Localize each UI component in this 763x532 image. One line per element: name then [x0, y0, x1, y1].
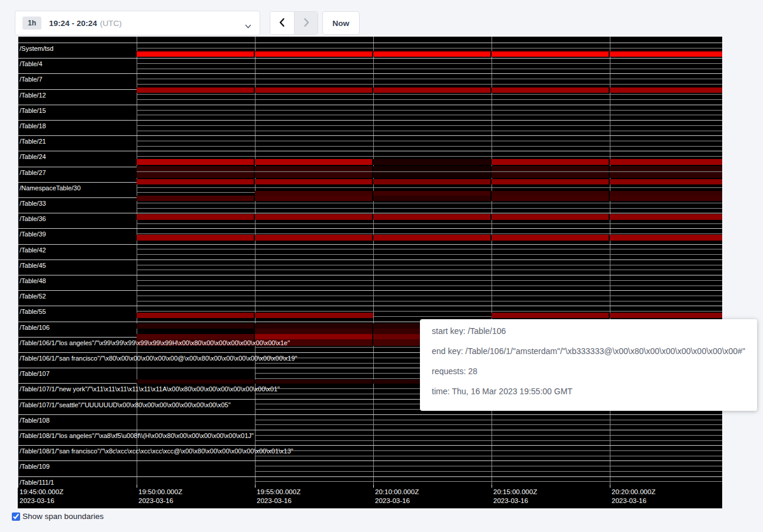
- heat-bar-segment[interactable]: [492, 313, 610, 318]
- range-text: 19:24 - 20:24: [49, 19, 97, 28]
- row-label: /Table/42: [20, 246, 46, 254]
- heat-bar-segment[interactable]: [255, 329, 373, 334]
- heat-bar-segment[interactable]: [373, 179, 492, 184]
- row-label: /Table/107: [20, 370, 50, 377]
- x-axis-label: 19:45:00.000Z2023-03-16: [20, 488, 63, 505]
- heat-bar-segment[interactable]: [373, 191, 492, 196]
- heat-bar-segment[interactable]: [137, 196, 255, 201]
- heat-bar-segment[interactable]: [492, 235, 610, 241]
- heat-bar-segment[interactable]: [255, 87, 373, 93]
- heat-bar-segment[interactable]: [492, 214, 610, 220]
- heat-bar-segment[interactable]: [255, 191, 373, 196]
- heat-bar-segment[interactable]: [610, 172, 722, 178]
- heat-bar-segment[interactable]: [255, 166, 373, 171]
- heat-bar-segment[interactable]: [137, 51, 255, 57]
- heat-bar-segment[interactable]: [255, 313, 373, 318]
- range-timezone-label: (UTC): [100, 19, 122, 28]
- row-label: /Table/55: [20, 308, 46, 315]
- heat-bar-segment[interactable]: [610, 235, 722, 241]
- heat-bar-segment[interactable]: [610, 313, 722, 318]
- row-label: /Table/4: [20, 60, 43, 67]
- heat-bar-segment[interactable]: [492, 51, 610, 57]
- span-boundary-line: [18, 476, 722, 477]
- heat-bar-segment[interactable]: [492, 166, 610, 171]
- heat-bar-segment[interactable]: [137, 179, 255, 184]
- prev-range-button[interactable]: [270, 12, 294, 34]
- span-boundary-line: [18, 120, 722, 121]
- heat-bar-segment[interactable]: [255, 323, 373, 329]
- heat-bar-segment[interactable]: [610, 214, 722, 220]
- heat-bar-segment[interactable]: [610, 87, 722, 93]
- heat-bar-segment[interactable]: [137, 87, 255, 93]
- heat-bar-segment[interactable]: [373, 87, 492, 93]
- span-boundary-subline: [255, 424, 722, 425]
- x-axis-label: 20:10:00.000Z2023-03-16: [375, 488, 419, 505]
- row-label: /Table/52: [20, 293, 46, 300]
- row-label: /Table/111/1: [20, 479, 54, 486]
- key-visualizer-heatmap[interactable]: /System/tsd/Table/4/Table/7/Table/12/Tab…: [18, 37, 722, 508]
- heat-bar-segment[interactable]: [255, 159, 373, 165]
- next-range-button[interactable]: [294, 12, 318, 34]
- row-label: /Table/15: [20, 107, 46, 114]
- heat-bar-segment[interactable]: [137, 214, 255, 220]
- heat-bar-segment[interactable]: [373, 214, 492, 220]
- span-boundary-line: [18, 73, 722, 74]
- row-label: /Table/7: [20, 76, 43, 83]
- row-label: /Table/107/1/"new york"/"\x11\x11\x11\x1…: [20, 385, 280, 392]
- heat-bar-segment[interactable]: [492, 159, 610, 165]
- heat-bar-segment[interactable]: [492, 191, 610, 196]
- heat-bar-segment[interactable]: [255, 334, 373, 339]
- heat-bar-segment[interactable]: [373, 196, 492, 201]
- heat-bar-segment[interactable]: [255, 172, 373, 178]
- heat-bar-segment[interactable]: [373, 159, 492, 165]
- span-boundary-line: [18, 460, 722, 461]
- row-label: /Table/45: [20, 262, 46, 269]
- heat-bar-segment[interactable]: [373, 172, 492, 178]
- heat-bar-segment[interactable]: [373, 51, 492, 57]
- span-boundary-subline: [137, 265, 722, 265]
- show-span-boundaries-checkbox[interactable]: [12, 512, 20, 521]
- now-button[interactable]: Now: [322, 11, 360, 35]
- heat-bar-segment[interactable]: [137, 166, 255, 171]
- heat-bar-segment[interactable]: [492, 196, 610, 201]
- heat-bar-segment[interactable]: [610, 196, 722, 201]
- x-axis-tick: [492, 485, 492, 488]
- heat-bar-segment[interactable]: [255, 51, 373, 57]
- heat-bar-segment[interactable]: [373, 166, 492, 171]
- time-range-select[interactable]: 1h 19:24 - 20:24 (UTC): [15, 11, 260, 35]
- heat-bar-segment[interactable]: [610, 191, 722, 196]
- span-boundary-line: [18, 430, 722, 430]
- row-label: /Table/12: [20, 92, 46, 99]
- heat-bar-segment[interactable]: [610, 159, 722, 165]
- heat-bar-segment[interactable]: [137, 235, 255, 241]
- heat-bar-segment[interactable]: [492, 172, 610, 178]
- heat-bar-segment[interactable]: [137, 334, 255, 339]
- heat-bar-segment[interactable]: [255, 196, 373, 201]
- tooltip-time: time: Thu, 16 Mar 2023 19:55:00 GMT: [432, 387, 750, 395]
- heat-bar-segment[interactable]: [137, 323, 255, 329]
- heat-bar-segment[interactable]: [373, 235, 492, 241]
- heat-bar-segment[interactable]: [255, 214, 373, 220]
- span-boundary-subline: [255, 450, 722, 451]
- heat-bar-segment[interactable]: [137, 379, 255, 384]
- heat-bar-segment[interactable]: [610, 179, 722, 184]
- heat-bar-segment[interactable]: [610, 166, 722, 171]
- heat-bar-segment[interactable]: [137, 172, 255, 178]
- row-label: /Table/108: [20, 417, 50, 424]
- heat-bar-segment[interactable]: [492, 179, 610, 184]
- heat-bar-segment[interactable]: [137, 313, 255, 318]
- heat-bar-segment[interactable]: [255, 379, 373, 384]
- span-boundary-subline: [255, 440, 722, 441]
- x-axis-tick: [137, 485, 137, 488]
- heat-bar-segment[interactable]: [255, 179, 373, 184]
- heat-bar-segment[interactable]: [492, 87, 610, 93]
- span-boundary-subline: [137, 84, 722, 85]
- span-boundary-subline: [137, 208, 722, 209]
- heat-bar-segment[interactable]: [610, 51, 722, 57]
- row-label: /Table/109: [20, 463, 50, 470]
- heat-bar-segment[interactable]: [255, 235, 373, 241]
- heat-bar-segment[interactable]: [137, 159, 255, 165]
- span-boundary-subline: [137, 115, 722, 115]
- row-label: /Table/36: [20, 215, 46, 222]
- span-boundary-line: [18, 244, 722, 245]
